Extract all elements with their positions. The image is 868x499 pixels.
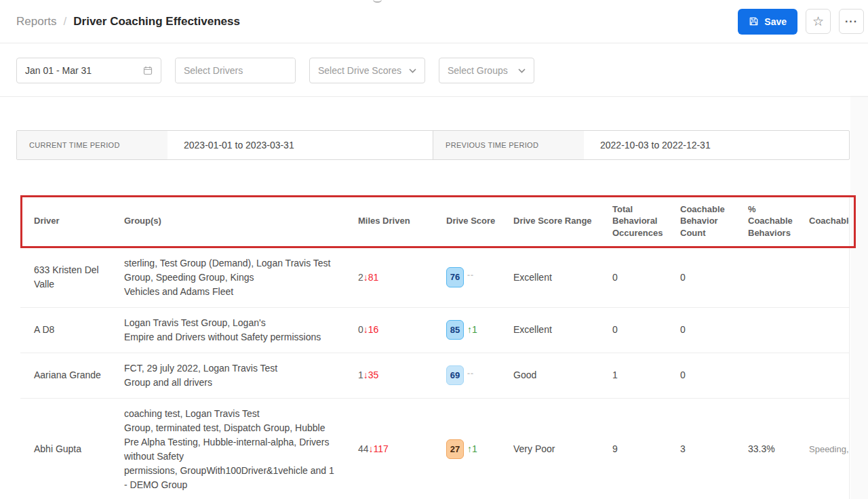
coachable-behavior-count: 3 (680, 398, 748, 499)
increase-arrow-icon: ↑ (467, 443, 472, 454)
coachable-behaviors-list (809, 307, 850, 353)
breadcrumb-reports-link[interactable]: Reports (16, 15, 57, 28)
trend-value: 1 (472, 324, 477, 335)
column-header-drive-score-range: Drive Score Range (513, 195, 612, 247)
drive-score-cell: 85↑1 (446, 307, 513, 353)
table-row[interactable]: Aariana Grande FCT, 29 july 2022, Logan … (20, 353, 850, 398)
pct-coachable-behaviors (748, 247, 809, 307)
driver-coaching-table: Driver Group(s) Miles Driven Drive Score… (20, 195, 850, 499)
coachable-behaviors-list: Speeding, (809, 398, 850, 499)
decrease-arrow-icon: ↓ (363, 370, 368, 380)
driver-name: Abhi Gupta (20, 398, 124, 499)
column-header-coachable-behaviors: Coachable (809, 195, 850, 247)
decrease-arrow-icon: ↓ (369, 443, 374, 454)
chevron-down-icon (518, 68, 526, 73)
pct-coachable-behaviors (748, 353, 809, 398)
drive-score-range: Very Poor (513, 398, 612, 499)
column-header-groups: Group(s) (124, 195, 358, 247)
driver-groups: FCT, 29 july 2022, Logan Travis Test Gro… (124, 353, 358, 398)
driver-name: A D8 (20, 307, 124, 353)
driver-name: Aariana Grande (20, 353, 124, 398)
drive-score-range: Excellent (513, 307, 612, 353)
time-period-bar: CURRENT TIME PERIOD 2023-01-01 to 2023-0… (16, 130, 850, 160)
breadcrumb-separator: / (64, 15, 67, 28)
miles-driven-cell: 2↓81 (358, 247, 446, 307)
drive-score-badge: 69 (446, 365, 464, 386)
miles-current-value: 1 (358, 370, 363, 380)
total-behavioral-occurences: 0 (612, 307, 680, 353)
coachable-behavior-count: 0 (680, 307, 748, 353)
trend-value: 1 (472, 443, 477, 454)
coachable-behavior-count: 0 (680, 353, 748, 398)
total-behavioral-occurences: 1 (612, 353, 680, 398)
miles-driven-cell: 1↓35 (358, 353, 446, 398)
drive-score-cell: 27↑1 (446, 398, 513, 499)
no-change-dash: -- (467, 369, 474, 378)
miles-change-value: 117 (374, 443, 389, 454)
score-trend-up: ↑1 (467, 324, 477, 335)
date-range-value: Jan 01 - Mar 31 (25, 65, 92, 76)
column-header-drive-score: Drive Score (446, 195, 513, 247)
current-time-period-value: 2023-01-01 to 2023-03-31 (167, 131, 294, 159)
select-drivers-input[interactable] (176, 58, 295, 83)
column-header-coachable-behavior-count: Coachable Behavior Count (680, 195, 748, 247)
report-table-zone: Driver Group(s) Miles Driven Drive Score… (20, 195, 868, 499)
miles-current-value: 2 (358, 272, 363, 283)
drive-score-badge: 85 (446, 320, 464, 340)
table-row[interactable]: Abhi Gupta coaching test, Logan Travis T… (20, 398, 850, 499)
increase-arrow-icon: ↑ (467, 324, 472, 335)
miles-change-value: 81 (368, 272, 379, 283)
drive-score-badge: 76 (446, 267, 464, 287)
table-row[interactable]: 633 Kristen Del Valle sterling, Test Gro… (20, 247, 850, 307)
coachable-behavior-count: 0 (680, 247, 748, 307)
miles-current-value: 0 (358, 324, 363, 335)
driver-name: 633 Kristen Del Valle (20, 247, 124, 307)
page-title: Driver Coaching Effectiveness (73, 15, 240, 28)
pct-coachable-behaviors: 33.3% (748, 398, 809, 499)
favorite-button[interactable]: ☆ (806, 9, 831, 34)
driver-groups: coaching test, Logan Travis Test Group, … (124, 398, 358, 499)
total-behavioral-occurences: 0 (612, 247, 680, 307)
save-button-label: Save (764, 16, 787, 27)
breadcrumb: Reports / Driver Coaching Effectiveness (16, 15, 240, 28)
column-header-miles-driven: Miles Driven (358, 195, 446, 247)
more-options-button[interactable]: ··· (839, 9, 864, 34)
report-table-scroll-area[interactable]: Driver Group(s) Miles Driven Drive Score… (20, 195, 850, 499)
date-range-picker[interactable]: Jan 01 - Mar 31 (16, 58, 161, 83)
driver-groups: sterling, Test Group (Demand), Logan Tra… (124, 247, 358, 307)
miles-change-value: 35 (368, 370, 379, 380)
column-header-pct-coachable-behaviors: % Coachable Behaviors (748, 195, 809, 247)
select-drive-scores-dropdown[interactable]: Select Drive Scores (309, 58, 425, 83)
total-behavioral-occurences: 9 (612, 398, 680, 499)
floppy-save-icon (749, 16, 759, 26)
drive-score-range: Excellent (513, 247, 612, 307)
drive-score-cell: 69-- (446, 353, 513, 398)
select-groups-label: Select Groups (448, 65, 508, 76)
previous-time-period-label: PREVIOUS TIME PERIOD (433, 131, 584, 159)
drive-score-badge: 27 (446, 439, 464, 460)
select-drivers-field (175, 58, 296, 83)
filter-bar: Jan 01 - Mar 31 Select Drive Scores Sele… (0, 43, 868, 97)
previous-time-period: PREVIOUS TIME PERIOD 2022-10-03 to 2022-… (433, 131, 849, 159)
driver-groups: Logan Travis Test Group, Logan's Empire … (124, 307, 358, 353)
score-trend-up: ↑1 (467, 443, 477, 454)
coachable-behaviors-list (809, 353, 850, 398)
current-time-period-label: CURRENT TIME PERIOD (17, 131, 167, 159)
decrease-arrow-icon: ↓ (363, 272, 368, 283)
decrease-arrow-icon: ↓ (363, 324, 368, 335)
pct-coachable-behaviors (748, 307, 809, 353)
miles-driven-cell: 0↓16 (358, 307, 446, 353)
top-bar: Reports / Driver Coaching Effectiveness … (0, 0, 868, 43)
miles-driven-cell: 44↓117 (358, 398, 446, 499)
drive-score-cell: 76-- (446, 247, 513, 307)
topbar-actions: Save ☆ ··· (738, 9, 864, 35)
table-row[interactable]: A D8 Logan Travis Test Group, Logan's Em… (20, 307, 850, 353)
star-icon: ☆ (812, 15, 824, 28)
select-groups-dropdown[interactable]: Select Groups (439, 58, 534, 83)
calendar-icon (143, 66, 153, 75)
miles-change-value: 16 (368, 324, 379, 335)
coachable-behaviors-list (809, 247, 850, 307)
column-header-driver: Driver (20, 195, 124, 247)
save-button[interactable]: Save (738, 9, 797, 35)
no-change-dash: -- (467, 271, 474, 280)
